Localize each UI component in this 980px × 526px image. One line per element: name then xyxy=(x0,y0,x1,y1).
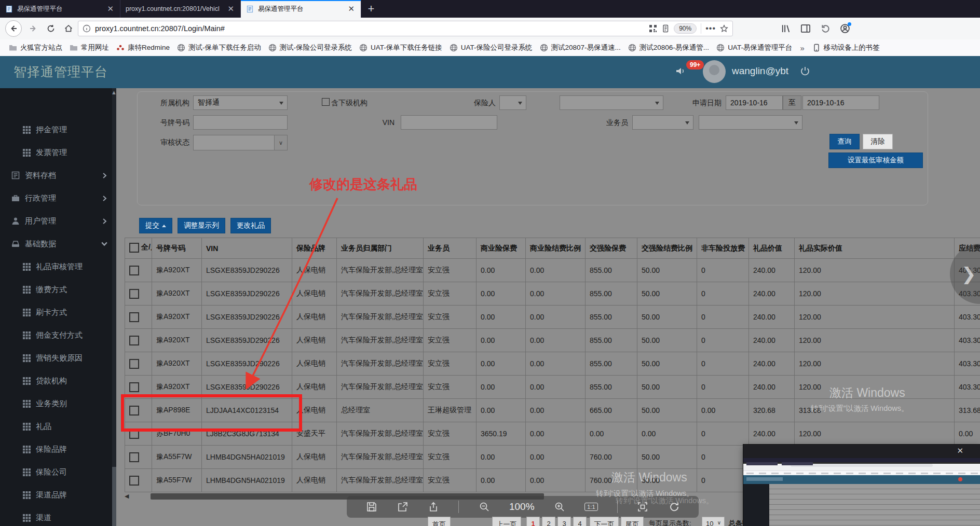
status-select[interactable]: ∨ xyxy=(193,135,288,150)
date-to-input[interactable]: 2019-10-16 xyxy=(802,95,879,110)
sidebar-scrollbar-thumb[interactable] xyxy=(112,467,116,526)
zoom-in-icon[interactable] xyxy=(554,501,565,513)
logout-power-icon[interactable] xyxy=(799,65,811,77)
mobile-bookmarks[interactable]: 移动设备上的书签 xyxy=(809,43,883,52)
select-all-checkbox[interactable] xyxy=(129,243,139,253)
bookmark-item[interactable]: 测试-保单下载任务启动 xyxy=(173,43,265,52)
change-gift-button[interactable]: 更改礼品 xyxy=(230,218,271,233)
sidebar-item-行政管理[interactable]: 行政管理 xyxy=(0,187,116,210)
agent-select-2[interactable] xyxy=(699,115,802,130)
close-icon[interactable]: ✕ xyxy=(957,446,963,455)
sidebar-item-营销失败原因[interactable]: 营销失败原因 xyxy=(0,347,116,369)
sidebar-item-贷款机构[interactable]: 贷款机构 xyxy=(0,369,116,392)
open-in-window-icon[interactable] xyxy=(397,501,409,513)
close-icon[interactable]: ✕ xyxy=(347,4,356,13)
plate-link[interactable]: 豫A920XT xyxy=(152,329,202,352)
include-sub-checkbox[interactable] xyxy=(322,98,330,106)
row-checkbox[interactable] xyxy=(129,289,139,299)
page-actions-icon[interactable]: ••• xyxy=(705,24,716,33)
preview-window-titlebar[interactable]: ✕ xyxy=(743,445,980,458)
sidebar-item-保险公司[interactable]: 保险公司 xyxy=(0,461,116,483)
sidebar-item-刷卡方式[interactable]: 刷卡方式 xyxy=(0,301,116,324)
url-bar[interactable]: proxy1.countnet.cn:20807/Login/Main# 90%… xyxy=(78,21,733,36)
bookmark-item[interactable]: UAT-易保通管理平台 xyxy=(713,43,796,52)
account-icon[interactable] xyxy=(837,20,853,37)
submit-button[interactable]: 提交 xyxy=(139,218,172,233)
plate-link[interactable]: 豫A920XT xyxy=(152,259,202,282)
insurer-select-1[interactable] xyxy=(499,95,526,110)
sidebar-item-基础数据[interactable]: 基础数据 xyxy=(0,232,116,255)
search-button[interactable]: 查询 xyxy=(829,134,860,149)
bookmark-item[interactable]: UAT-保险公司登录系统 xyxy=(446,43,536,52)
set-min-audit-button[interactable]: 设置最低审核金额 xyxy=(828,153,923,168)
bookmark-item[interactable]: 火狐官方站点 xyxy=(5,43,66,52)
library-icon[interactable] xyxy=(778,20,794,37)
sidebar-scroll-up-icon[interactable]: ▲ xyxy=(111,89,117,95)
browser-tab[interactable]: 易保通管理平台✕ xyxy=(0,0,120,18)
forward-icon[interactable] xyxy=(25,20,42,37)
adjust-columns-button[interactable]: 调整显示列 xyxy=(178,218,225,233)
actual-size-icon[interactable]: 1:1 xyxy=(584,503,597,511)
plate-link[interactable]: 豫A920XT xyxy=(152,306,202,329)
sidebar-item-资料存档[interactable]: 资料存档 xyxy=(0,164,116,187)
sidebar-item-缴费方式[interactable]: 缴费方式 xyxy=(0,278,116,301)
home-icon[interactable] xyxy=(60,20,77,37)
page-number-button[interactable]: 4 xyxy=(573,517,587,526)
zoom-level-badge[interactable]: 90% xyxy=(674,23,697,34)
restore-session-icon[interactable] xyxy=(817,20,834,37)
bookmarks-overflow-icon[interactable]: » xyxy=(796,44,808,52)
bookmark-item[interactable]: 测试-保险公司登录系统 xyxy=(265,43,356,52)
page-first-button[interactable]: 首页 xyxy=(428,517,451,526)
agent-select-1[interactable] xyxy=(632,115,693,130)
sidebar-item-发票管理[interactable]: 发票管理 xyxy=(0,141,116,164)
close-icon[interactable]: ✕ xyxy=(106,4,115,13)
row-checkbox[interactable] xyxy=(129,359,139,369)
sidebar-item-用户管理[interactable]: 用户管理 xyxy=(0,210,116,232)
plate-link[interactable]: 豫A920XT xyxy=(152,352,202,376)
sidebar-item-礼品审核管理[interactable]: 礼品审核管理 xyxy=(0,255,116,278)
plate-input[interactable] xyxy=(193,115,288,130)
reload-icon[interactable] xyxy=(43,20,59,37)
page-number-button[interactable]: 3 xyxy=(557,517,571,526)
browser-tab[interactable]: proxy1.countnet.cn:20801/Vehicl✕ xyxy=(120,0,241,18)
page-last-button[interactable]: 尾页 xyxy=(621,517,644,526)
clear-button[interactable]: 清除 xyxy=(863,134,893,149)
close-icon[interactable]: ✕ xyxy=(226,4,235,13)
page-next-button[interactable]: 下一页 xyxy=(590,517,619,526)
row-checkbox[interactable] xyxy=(129,336,139,345)
sidebar-item-渠道[interactable]: 渠道 xyxy=(0,506,116,526)
avatar[interactable] xyxy=(703,60,726,83)
plate-link[interactable]: 豫A55F7W xyxy=(152,446,202,469)
sidebar-item-礼品[interactable]: 礼品 xyxy=(0,415,116,438)
share-icon[interactable] xyxy=(428,501,439,513)
reader-mode-icon[interactable] xyxy=(661,24,670,33)
per-page-select[interactable]: 10∨ xyxy=(702,517,725,526)
back-icon[interactable] xyxy=(5,20,22,37)
row-checkbox[interactable] xyxy=(129,452,139,462)
sidebar-item-押金管理[interactable]: 押金管理 xyxy=(0,118,116,141)
bookmark-item[interactable]: 康特Redmine xyxy=(113,43,173,52)
site-info-icon[interactable] xyxy=(83,24,91,33)
row-checkbox[interactable] xyxy=(129,476,139,486)
bookmark-item[interactable]: 测试20806-易保通管... xyxy=(624,43,713,52)
plate-link[interactable]: 豫A920XT xyxy=(152,282,202,306)
bookmark-item[interactable]: 常用网址 xyxy=(66,43,113,52)
zoom-out-icon[interactable] xyxy=(479,501,490,513)
hscroll-left-arrow-icon[interactable]: ◀ xyxy=(125,493,129,500)
sidebar-item-佣金支付方式[interactable]: 佣金支付方式 xyxy=(0,324,116,347)
sidebar-item-业务类别[interactable]: 业务类别 xyxy=(0,392,116,415)
date-from-input[interactable]: 2019-10-16 xyxy=(726,95,783,110)
sidebar-item-渠道品牌[interactable]: 渠道品牌 xyxy=(0,483,116,506)
sidebar-scrollbar[interactable] xyxy=(112,88,116,526)
sidebar-item-保险品牌[interactable]: 保险品牌 xyxy=(0,438,116,461)
org-select[interactable]: 智择通 xyxy=(193,95,288,110)
save-icon[interactable] xyxy=(366,501,377,513)
page-number-button[interactable]: 2 xyxy=(542,517,555,526)
insurer-select-2[interactable] xyxy=(560,95,663,110)
page-prev-button[interactable]: 上一页 xyxy=(492,517,521,526)
browser-tab[interactable]: 易保通管理平台✕ xyxy=(241,0,361,18)
plate-link[interactable]: 豫A55F7W xyxy=(152,469,202,492)
vin-input[interactable] xyxy=(401,115,497,130)
new-tab-button[interactable]: + xyxy=(361,0,381,18)
row-checkbox[interactable] xyxy=(129,312,139,322)
